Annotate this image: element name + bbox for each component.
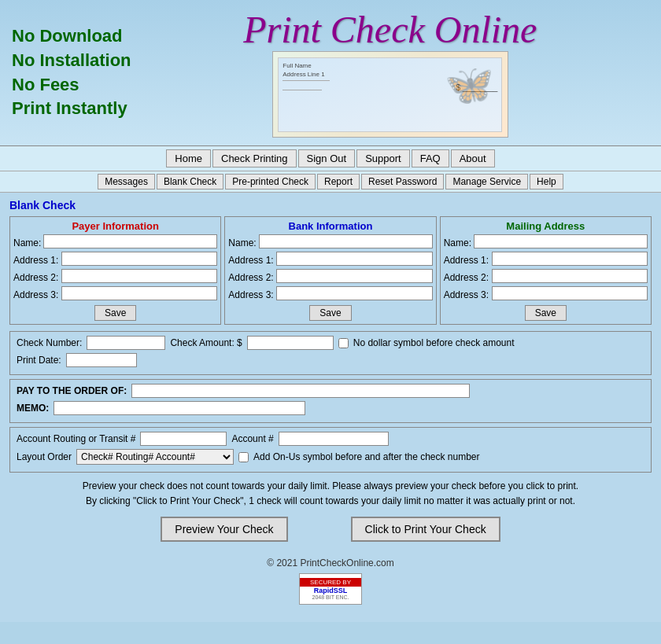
layout-label: Layout Order: [17, 451, 72, 462]
bank-section: Bank Information Name: Address 1: Addres…: [224, 216, 436, 325]
check-amount-label: Check Amount: $: [170, 337, 242, 348]
nav-btn-sign-out[interactable]: Sign Out: [298, 149, 356, 167]
memo-label: MEMO:: [17, 403, 49, 414]
payer-title: Payer Information: [13, 220, 217, 232]
mailing-addr2-label: Address 2:: [444, 272, 489, 283]
ssl-top-text: SECURED BY: [300, 578, 361, 587]
check-number-input[interactable]: [87, 336, 165, 350]
payer-name-row: Name:: [13, 234, 217, 250]
tagline-line3: No Fees: [12, 73, 131, 98]
sub-nav-btn-manage-service[interactable]: Manage Service: [445, 174, 528, 190]
ssl-mid-text: RapidSSL: [314, 587, 348, 594]
bank-title: Bank Information: [228, 220, 432, 232]
payer-addr2-label: Address 2:: [13, 272, 59, 283]
payer-name-label: Name:: [13, 237, 41, 248]
layout-row: Layout Order Check# Routing# Account#Rou…: [17, 449, 644, 465]
main-content: Blank Check Payer Information Name: Addr…: [0, 193, 661, 622]
sub-nav: MessagesBlank CheckPre-printed CheckRepo…: [0, 171, 661, 193]
mailing-save-button[interactable]: Save: [525, 305, 567, 321]
tagline-line2: No Installation: [12, 49, 131, 73]
payer-addr3-row: Address 3:: [13, 286, 217, 302]
mailing-title: Mailing Address: [444, 220, 648, 232]
account-input[interactable]: [279, 432, 389, 446]
print-date-input[interactable]: 5/5/2021: [66, 353, 137, 367]
payer-save-button[interactable]: Save: [94, 305, 136, 321]
payer-name-input[interactable]: [43, 234, 217, 248]
mailing-addr3-row: Address 3:: [444, 286, 648, 302]
butterfly-decoration: 🦋: [445, 62, 493, 108]
logo-text: Print Check Online: [243, 8, 537, 51]
nav-btn-support[interactable]: Support: [356, 149, 410, 167]
pay-memo-section: PAY TO THE ORDER OF: MEMO:: [9, 379, 652, 423]
payer-addr3-label: Address 3:: [13, 289, 59, 300]
mailing-addr2-row: Address 2:: [444, 269, 648, 285]
footer: © 2021 PrintCheckOnline.com SECURED BY R…: [9, 551, 652, 616]
sub-nav-btn-report[interactable]: Report: [317, 174, 360, 190]
pay-to-row: PAY TO THE ORDER OF:: [17, 384, 644, 398]
ssl-bot-text: 2048 BIT ENC.: [312, 594, 349, 600]
payer-addr2-input[interactable]: [61, 269, 217, 283]
mailing-name-row: Name:: [444, 234, 648, 250]
account-label: Account #: [231, 433, 273, 444]
bank-name-input[interactable]: [259, 234, 433, 248]
tagline: No Download No Installation No Fees Prin…: [12, 24, 131, 121]
sub-nav-btn-preprinted-check[interactable]: Pre-printed Check: [225, 174, 316, 190]
nav-btn-about[interactable]: About: [451, 149, 495, 167]
page-title: Blank Check: [9, 199, 652, 212]
mailing-addr1-input[interactable]: [492, 252, 648, 266]
bank-name-row: Name:: [228, 234, 432, 250]
payer-addr1-input[interactable]: [61, 252, 217, 266]
bank-addr3-input[interactable]: [276, 286, 432, 300]
action-buttons: Preview Your Check Click to Print Your C…: [9, 517, 652, 542]
bank-save-button[interactable]: Save: [309, 305, 351, 321]
mailing-addr3-input[interactable]: [492, 286, 648, 300]
bank-addr2-label: Address 2:: [228, 272, 274, 283]
bank-addr2-row: Address 2:: [228, 269, 432, 285]
nav-btn-faq[interactable]: FAQ: [412, 149, 449, 167]
sub-nav-btn-messages[interactable]: Messages: [98, 174, 155, 190]
tagline-line1: No Download: [12, 24, 131, 49]
info-text: Preview your check does not count toward…: [9, 479, 652, 509]
pay-to-label: PAY TO THE ORDER OF:: [17, 385, 127, 396]
tagline-line4: Print Instantly: [12, 97, 131, 121]
nav-btn-check-printing[interactable]: Check Printing: [212, 149, 297, 167]
payer-section: Payer Information Name: Address 1: Addre…: [9, 216, 221, 325]
no-dollar-checkbox[interactable]: [338, 338, 349, 348]
account-section: Account Routing or Transit # Account # L…: [9, 427, 652, 473]
print-date-row: Print Date: 5/5/2021: [17, 353, 644, 367]
mailing-addr2-input[interactable]: [492, 269, 648, 283]
payer-addr3-input[interactable]: [61, 286, 217, 300]
bank-name-label: Name:: [228, 237, 256, 248]
bank-addr1-input[interactable]: [276, 252, 432, 266]
preview-button[interactable]: Preview Your Check: [161, 517, 287, 542]
check-number-row: Check Number: Check Amount: $ 0.00 No do…: [17, 336, 644, 350]
payer-addr1-row: Address 1:: [13, 252, 217, 267]
layout-select[interactable]: Check# Routing# Account#Routing# Account…: [76, 449, 234, 465]
pay-to-input[interactable]: [131, 384, 470, 398]
header-center: Print Check Online 🦋 Full Name Address L…: [131, 8, 649, 138]
bank-addr1-label: Address 1:: [228, 255, 274, 266]
mailing-addr3-label: Address 3:: [444, 289, 489, 300]
ssl-badge: SECURED BY RapidSSL 2048 BIT ENC.: [299, 573, 362, 605]
mailing-name-input[interactable]: [474, 234, 648, 248]
bank-addr2-input[interactable]: [276, 269, 432, 283]
sub-nav-btn-help[interactable]: Help: [530, 174, 563, 190]
memo-input[interactable]: [54, 401, 305, 415]
routing-input[interactable]: [140, 432, 227, 446]
bank-addr3-label: Address 3:: [228, 289, 274, 300]
onus-checkbox[interactable]: [238, 452, 249, 462]
print-button[interactable]: Click to Print Your Check: [351, 517, 500, 542]
check-amount-input[interactable]: 0.00: [247, 336, 334, 350]
routing-label: Account Routing or Transit #: [17, 433, 135, 444]
nav-btn-home[interactable]: Home: [166, 149, 211, 167]
info-line2: By clicking "Click to Print Your Check",…: [9, 494, 652, 509]
check-number-label: Check Number:: [17, 337, 82, 348]
info-line1: Preview your check does not count toward…: [9, 479, 652, 494]
header: No Download No Installation No Fees Prin…: [0, 0, 661, 146]
nav-bar: HomeCheck PrintingSign OutSupportFAQAbou…: [0, 146, 661, 171]
sub-nav-btn-reset-password[interactable]: Reset Password: [361, 174, 444, 190]
check-inner: 🦋 Full Name Address Line 1 $ ________: [278, 57, 502, 132]
sub-nav-btn-blank-check[interactable]: Blank Check: [157, 174, 223, 190]
payer-addr1-label: Address 1:: [13, 255, 59, 266]
routing-row: Account Routing or Transit # Account #: [17, 432, 644, 446]
